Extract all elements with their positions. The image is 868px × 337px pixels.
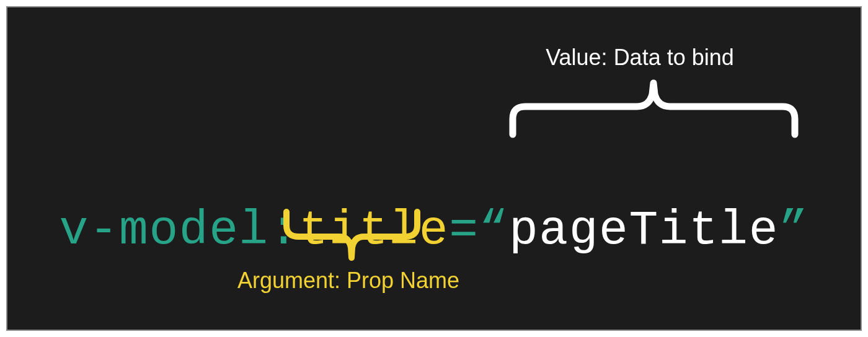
brace-top-icon: [507, 76, 801, 144]
brace-bottom-icon: [279, 206, 425, 268]
value-token: pageTitle: [509, 203, 779, 258]
value-annotation-label: Value: Data to bind: [485, 45, 795, 71]
argument-annotation-label: Argument: Prop Name: [193, 268, 503, 294]
equals-token: =: [449, 203, 479, 258]
open-quote-token: “: [479, 203, 509, 258]
close-quote-token: ”: [779, 203, 808, 258]
directive-token: v-model: [59, 203, 269, 258]
diagram-frame: Value: Data to bind v-model:title=“pageT…: [6, 6, 862, 331]
